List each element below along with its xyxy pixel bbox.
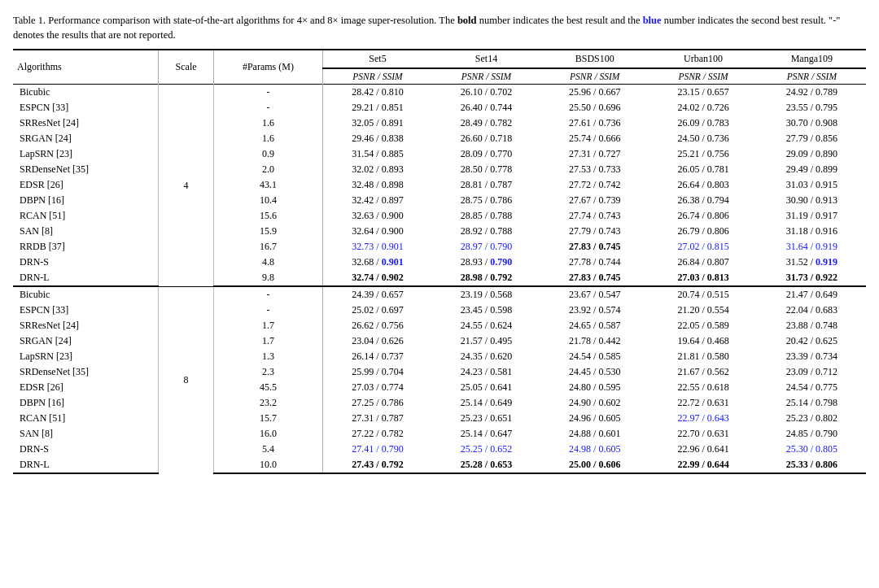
cell-urban: 22.05 / 0.589 (649, 318, 757, 333)
cell-set5: 27.43 / 0.792 (323, 457, 432, 473)
performance-table: Algorithms Scale #Params (M) Set5 Set14 … (13, 49, 866, 474)
cell-scale: 4 (159, 85, 213, 287)
cell-set5: 32.64 / 0.900 (323, 224, 432, 239)
cell-set14: 25.05 / 0.641 (432, 380, 540, 395)
cell-manga: 30.90 / 0.913 (758, 193, 866, 208)
cell-set5: 27.03 / 0.774 (323, 380, 432, 395)
header-urban100: Urban100 (649, 50, 757, 68)
cell-bsds: 27.53 / 0.733 (540, 162, 649, 177)
header-row: Algorithms Scale #Params (M) Set5 Set14 … (13, 50, 866, 68)
cell-algorithm: SAN [8] (13, 426, 159, 442)
cell-urban: 23.15 / 0.657 (649, 85, 757, 101)
cell-manga: 29.09 / 0.890 (758, 146, 866, 162)
cell-bsds: 24.88 / 0.601 (540, 426, 649, 442)
cell-params: 45.5 (213, 380, 322, 395)
cell-bsds: 27.79 / 0.743 (540, 224, 649, 239)
cell-set5: 25.99 / 0.704 (323, 364, 432, 380)
header-scale: Scale (159, 50, 213, 85)
header-set14-metric: PSNR / SSIM (432, 68, 540, 85)
cell-set5: 31.54 / 0.885 (323, 146, 432, 162)
cell-set5: 26.62 / 0.756 (323, 318, 432, 333)
cell-algorithm: DBPN [16] (13, 193, 159, 208)
cell-manga: 22.04 / 0.683 (758, 303, 866, 318)
cell-set14: 26.40 / 0.744 (432, 100, 540, 115)
table-row: SRDenseNet [35]2.325.99 / 0.70424.23 / 0… (13, 364, 866, 380)
cell-set14: 26.60 / 0.718 (432, 131, 540, 146)
table-row: SAN [8]15.932.64 / 0.90028.92 / 0.78827.… (13, 224, 866, 239)
cell-manga: 23.09 / 0.712 (758, 364, 866, 380)
cell-params: 15.6 (213, 208, 322, 224)
header-set14: Set14 (432, 50, 540, 68)
cell-algorithm: RRDB [37] (13, 239, 159, 255)
cell-set14: 28.92 / 0.788 (432, 224, 540, 239)
cell-set5: 27.22 / 0.782 (323, 426, 432, 442)
cell-algorithm: ESPCN [33] (13, 100, 159, 115)
cell-bsds: 27.61 / 0.736 (540, 115, 649, 131)
cell-manga: 20.42 / 0.625 (758, 333, 866, 349)
cell-set14: 25.14 / 0.649 (432, 395, 540, 411)
cell-urban: 22.55 / 0.618 (649, 380, 757, 395)
cell-set5: 28.42 / 0.810 (323, 85, 432, 101)
cell-algorithm: RCAN [51] (13, 411, 159, 426)
cell-params: - (213, 303, 322, 318)
cell-set14: 28.09 / 0.770 (432, 146, 540, 162)
cell-manga: 31.19 / 0.917 (758, 208, 866, 224)
cell-bsds: 23.92 / 0.574 (540, 303, 649, 318)
cell-params: 1.7 (213, 318, 322, 333)
table-row: DRN-L9.832.74 / 0.90228.98 / 0.79227.83 … (13, 270, 866, 286)
table-row: SRResNet [24]1.632.05 / 0.89128.49 / 0.7… (13, 115, 866, 131)
cell-algorithm: SAN [8] (13, 224, 159, 239)
cell-params: 1.7 (213, 333, 322, 349)
cell-bsds: 24.54 / 0.585 (540, 349, 649, 364)
cell-algorithm: EDSR [26] (13, 380, 159, 395)
cell-set14: 28.85 / 0.788 (432, 208, 540, 224)
cell-set5: 26.14 / 0.737 (323, 349, 432, 364)
cell-params: - (213, 85, 322, 101)
table-row: EDSR [26]43.132.48 / 0.89828.81 / 0.7872… (13, 177, 866, 193)
cell-bsds: 23.67 / 0.547 (540, 286, 649, 303)
cell-set14: 28.49 / 0.782 (432, 115, 540, 131)
cell-set5: 32.68 / 0.901 (323, 255, 432, 270)
cell-urban: 26.79 / 0.806 (649, 224, 757, 239)
table-row: DRN-S4.832.68 / 0.90128.93 / 0.79027.78 … (13, 255, 866, 270)
cell-urban: 24.50 / 0.736 (649, 131, 757, 146)
cell-params: 16.7 (213, 239, 322, 255)
cell-manga: 24.54 / 0.775 (758, 380, 866, 395)
table-row: RCAN [51]15.632.63 / 0.90028.85 / 0.7882… (13, 208, 866, 224)
cell-params: 1.6 (213, 115, 322, 131)
cell-set14: 24.35 / 0.620 (432, 349, 540, 364)
table-row: DRN-L10.027.43 / 0.79225.28 / 0.65325.00… (13, 457, 866, 473)
cell-set14: 28.50 / 0.778 (432, 162, 540, 177)
table-row: SRGAN [24]1.629.46 / 0.83826.60 / 0.7182… (13, 131, 866, 146)
table-row: DBPN [16]23.227.25 / 0.78625.14 / 0.6492… (13, 395, 866, 411)
cell-urban: 22.96 / 0.641 (649, 442, 757, 457)
header-bsds-metric: PSNR / SSIM (540, 68, 649, 85)
cell-manga: 23.88 / 0.748 (758, 318, 866, 333)
cell-urban: 21.81 / 0.580 (649, 349, 757, 364)
header-manga-metric: PSNR / SSIM (758, 68, 866, 85)
cell-set14: 25.28 / 0.653 (432, 457, 540, 473)
table-row: SAN [8]16.027.22 / 0.78225.14 / 0.64724.… (13, 426, 866, 442)
cell-manga: 31.03 / 0.915 (758, 177, 866, 193)
cell-algorithm: SRGAN [24] (13, 333, 159, 349)
cell-manga: 24.85 / 0.790 (758, 426, 866, 442)
cell-params: 9.8 (213, 270, 322, 286)
cell-bsds: 24.90 / 0.602 (540, 395, 649, 411)
cell-params: - (213, 286, 322, 303)
cell-set5: 32.73 / 0.901 (323, 239, 432, 255)
table-row: ESPCN [33]-29.21 / 0.85126.40 / 0.74425.… (13, 100, 866, 115)
cell-algorithm: DBPN [16] (13, 395, 159, 411)
cell-manga: 31.18 / 0.916 (758, 224, 866, 239)
cell-algorithm: SRDenseNet [35] (13, 162, 159, 177)
cell-manga: 31.73 / 0.922 (758, 270, 866, 286)
cell-urban: 22.97 / 0.643 (649, 411, 757, 426)
cell-urban: 20.74 / 0.515 (649, 286, 757, 303)
cell-manga: 23.39 / 0.734 (758, 349, 866, 364)
cell-set5: 32.02 / 0.893 (323, 162, 432, 177)
table-row: DRN-S5.427.41 / 0.79025.25 / 0.65224.98 … (13, 442, 866, 457)
table-caption: Table 1. Performance comparison with sta… (13, 13, 866, 42)
cell-urban: 26.64 / 0.803 (649, 177, 757, 193)
cell-set14: 28.81 / 0.787 (432, 177, 540, 193)
cell-urban: 19.64 / 0.468 (649, 333, 757, 349)
cell-set5: 23.04 / 0.626 (323, 333, 432, 349)
